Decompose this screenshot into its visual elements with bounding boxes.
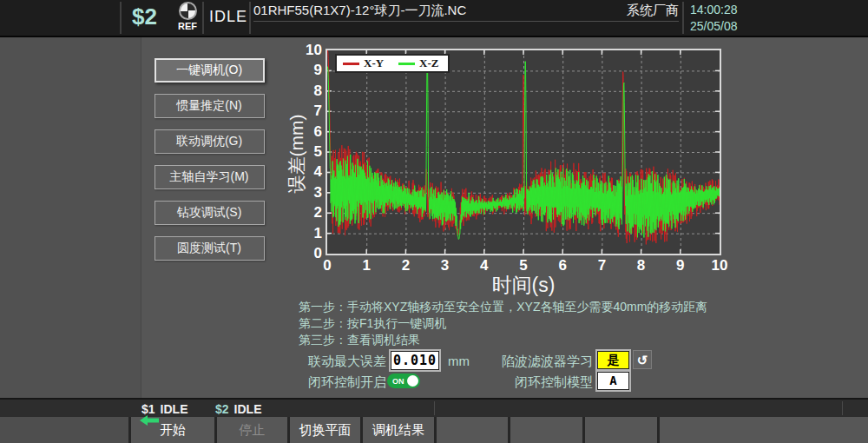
x-tick-label: 10 bbox=[712, 257, 728, 274]
softkey-stop[interactable]: 停止 bbox=[217, 417, 287, 443]
y-tick-label: 0 bbox=[296, 245, 322, 262]
sidebar-item-inertia-estimation[interactable]: 惯量推定(N) bbox=[155, 94, 265, 118]
x-tick-label: 2 bbox=[402, 257, 410, 274]
y-tick-label: 3 bbox=[296, 184, 322, 202]
softkey-start-label: 开始 bbox=[160, 422, 186, 439]
notch-filter-select[interactable]: 是 bbox=[597, 351, 629, 369]
sidebar-item-roundness-test[interactable]: 圆度测试(T) bbox=[155, 236, 265, 261]
sidebar-item-spindle-self-learning[interactable]: 主轴自学习(M) bbox=[155, 165, 265, 189]
channel-2-id: $2 bbox=[215, 402, 229, 416]
time-value: 14:00:28 bbox=[690, 2, 738, 18]
y-tick-label: 2 bbox=[296, 204, 322, 222]
legend-swatch-xy bbox=[343, 63, 359, 65]
y-tick-label: 10 bbox=[296, 42, 322, 59]
program-bar: 01RHF55(R1X7)-12°球刀-一刀流.NC 系统厂商 bbox=[253, 1, 679, 22]
softkey-bar: 开始 停止 切换平面 调机结果 bbox=[0, 417, 868, 443]
channel-1-state: IDLE bbox=[161, 402, 188, 416]
y-tick-label: 6 bbox=[296, 123, 322, 141]
instruction-step-3: 第三步：查看调机结果 bbox=[299, 332, 707, 348]
legend-label-xy: X-Y bbox=[364, 56, 384, 70]
channel-2-state: IDLE bbox=[234, 402, 262, 416]
instructions: 第一步：手动将XYZ轴移动至安全位置，XYZ各轴至少需要40mm的移动距离 第二… bbox=[299, 299, 707, 348]
statusbar-divider bbox=[434, 401, 435, 415]
notch-filter-label: 陷波滤波器学习 bbox=[485, 354, 593, 370]
x-tick-label: 3 bbox=[441, 257, 449, 274]
closed-loop-model-label: 闭环控制模型 bbox=[485, 374, 593, 391]
channel-2-status: $2IDLE bbox=[215, 402, 261, 416]
softkey-empty-2 bbox=[437, 417, 508, 443]
softkey-switch-plane[interactable]: 切换平面 bbox=[290, 417, 360, 443]
closed-loop-toggle[interactable]: ON bbox=[387, 374, 420, 388]
max-error-label: 联动最大误差 bbox=[308, 354, 386, 370]
toggle-knob bbox=[407, 375, 418, 387]
x-tick-label: 0 bbox=[323, 257, 331, 274]
ref-label: REF bbox=[170, 21, 205, 31]
jump-back-arrow-icon bbox=[140, 415, 159, 426]
machine-mode: IDLE bbox=[209, 8, 247, 26]
y-tick-label: 5 bbox=[296, 143, 322, 161]
x-tick-label: 8 bbox=[637, 257, 645, 274]
toggle-on-label: ON bbox=[392, 377, 404, 386]
x-tick-label: 6 bbox=[558, 257, 566, 274]
statusbar-divider bbox=[842, 401, 843, 415]
max-error-input[interactable]: 0.010 bbox=[391, 351, 439, 370]
y-tick-label: 8 bbox=[296, 83, 322, 100]
relearn-icon[interactable]: ↺ bbox=[633, 350, 652, 369]
legend-swatch-xz bbox=[398, 63, 415, 65]
softkey-empty-5 bbox=[660, 417, 868, 443]
reference-point-icon bbox=[179, 2, 197, 20]
error-chart-canvas bbox=[327, 50, 720, 254]
softkey-switch-plane-label: 切换平面 bbox=[299, 422, 352, 439]
y-tick-label: 9 bbox=[296, 62, 322, 79]
closed-loop-model-select[interactable]: A bbox=[597, 372, 629, 390]
status-bar: $1IDLE $2IDLE bbox=[0, 398, 868, 417]
softkey-start[interactable]: 开始 bbox=[131, 417, 214, 443]
x-axis-title: 时间(s) bbox=[327, 272, 720, 299]
active-channel: $2 bbox=[132, 3, 157, 30]
topbar-divider bbox=[249, 2, 251, 34]
sidebar-item-linkage-tuning[interactable]: 联动调优(G) bbox=[155, 129, 265, 154]
y-tick-label: 4 bbox=[296, 163, 322, 181]
clock: 14:00:28 25/05/08 bbox=[690, 2, 738, 35]
channel-1-status: $1IDLE bbox=[141, 402, 187, 416]
x-tick-label: 1 bbox=[362, 257, 370, 274]
cnc-tuning-screen: $2 REF IDLE 01RHF55(R1X7)-12°球刀-一刀流.NC 系… bbox=[0, 0, 868, 443]
error-chart: X-Y X-Z bbox=[326, 49, 721, 255]
topbar-divider bbox=[120, 2, 122, 34]
sidebar-item-one-key-tuning[interactable]: 一键调机(O) bbox=[155, 58, 265, 83]
softkey-stop-label: 停止 bbox=[240, 422, 266, 439]
sidebar: 一键调机(O) 惯量推定(N) 联动调优(G) 主轴自学习(M) 钻攻调试(S)… bbox=[141, 37, 277, 398]
x-tick-label: 9 bbox=[676, 257, 684, 274]
topbar-divider bbox=[202, 2, 204, 34]
x-tick-label: 7 bbox=[598, 257, 606, 274]
program-name: 01RHF55(R1X7)-12°球刀-一刀流.NC bbox=[253, 3, 466, 19]
softkey-tuning-result[interactable]: 调机结果 bbox=[363, 417, 434, 443]
softkey-empty-3 bbox=[510, 417, 582, 443]
legend-label-xz: X-Z bbox=[419, 56, 438, 70]
instruction-step-2: 第二步：按F1执行一键调机 bbox=[299, 315, 707, 332]
y-tick-label: 1 bbox=[296, 225, 322, 242]
max-error-unit: mm bbox=[448, 354, 470, 368]
softkey-tuning-result-label: 调机结果 bbox=[372, 422, 424, 439]
chart-legend: X-Y X-Z bbox=[335, 54, 450, 73]
ref-status: REF bbox=[170, 2, 205, 31]
x-tick-label: 4 bbox=[480, 257, 488, 274]
softkey-empty-1 bbox=[0, 417, 128, 443]
sidebar-item-drill-tap-debug[interactable]: 钻攻调试(S) bbox=[155, 201, 265, 225]
topbar: $2 REF IDLE 01RHF55(R1X7)-12°球刀-一刀流.NC 系… bbox=[0, 0, 868, 37]
vendor-label: 系统厂商 bbox=[627, 3, 679, 19]
topbar-divider bbox=[682, 2, 684, 34]
closed-loop-switch-label: 闭环控制开启 bbox=[308, 374, 386, 391]
left-strip bbox=[0, 37, 141, 398]
date-value: 25/05/08 bbox=[690, 18, 738, 35]
instruction-step-1: 第一步：手动将XYZ轴移动至安全位置，XYZ各轴至少需要40mm的移动距离 bbox=[299, 299, 707, 315]
x-tick-label: 5 bbox=[519, 257, 527, 274]
y-tick-label: 7 bbox=[296, 102, 322, 120]
channel-1-id: $1 bbox=[141, 402, 155, 416]
softkey-empty-4 bbox=[585, 417, 657, 443]
